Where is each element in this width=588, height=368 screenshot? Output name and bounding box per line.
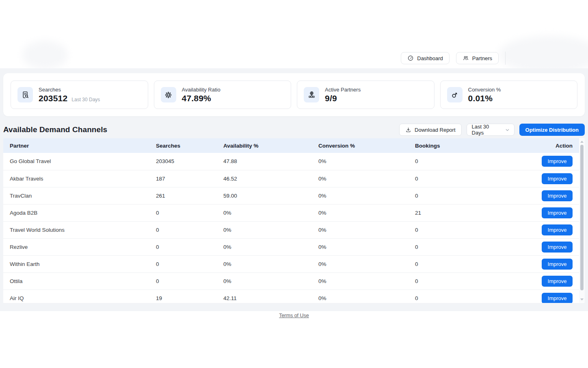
conversion-cell: 0% [312, 170, 409, 187]
action-cell: Improve [534, 290, 579, 303]
searches-cell: 19 [149, 290, 217, 303]
conversion-cell: 0% [312, 153, 409, 170]
partner-name-cell: Go Global Travel [3, 153, 149, 170]
table-header: Partner Searches Availability % Conversi… [3, 138, 579, 153]
action-cell: Improve [534, 187, 579, 204]
scrollbar-down-arrow-icon[interactable] [580, 298, 584, 300]
table-row: Ottila 0 0% 0% 0 Improve [3, 272, 579, 290]
searches-cell: 0 [149, 255, 217, 272]
dashboard-button[interactable]: Dashboard [401, 52, 450, 64]
table-row: Go Global Travel 203045 47.88 0% 0 Impro… [3, 153, 579, 170]
partner-name-cell: TravClan [3, 187, 149, 204]
improve-button[interactable]: Improve [542, 242, 573, 253]
bookings-cell: 0 [409, 170, 534, 187]
column-header-searches: Searches [149, 138, 217, 153]
partner-name-cell: Travel World Solutions [3, 221, 149, 238]
partners-label: Partners [472, 55, 492, 61]
terms-of-use-link[interactable]: Terms of Use [279, 313, 309, 327]
table-scrollbar[interactable] [579, 139, 585, 303]
conversion-cell: 0% [312, 255, 409, 272]
table-row: Akbar Travels 187 46.52 0% 0 Improve [3, 170, 579, 187]
section-header: Available Demand Channels Download Repor… [3, 122, 585, 137]
file-search-icon [17, 87, 33, 102]
action-cell: Improve [534, 221, 579, 238]
searches-cell: 0 [149, 272, 217, 290]
availability-cell: 46.52 [217, 170, 312, 187]
partner-name-cell: Rezlive [3, 238, 149, 255]
searches-cell: 0 [149, 204, 217, 221]
availability-cell: 0% [217, 238, 312, 255]
improve-button[interactable]: Improve [542, 259, 573, 270]
dashboard-label: Dashboard [417, 55, 443, 61]
action-cell: Improve [534, 238, 579, 255]
table-row: Agoda B2B 0 0% 0% 21 Improve [3, 204, 579, 221]
bookings-cell: 0 [409, 153, 534, 170]
searches-cell: 0 [149, 238, 217, 255]
conversion-cell: 0% [312, 272, 409, 290]
column-header-bookings: Bookings [409, 138, 534, 153]
improve-button[interactable]: Improve [542, 276, 573, 287]
stat-card-availability: Availability Ratio 47.89% [154, 81, 292, 109]
conversion-arrow-icon [447, 87, 463, 102]
globe-network-icon [304, 87, 319, 102]
searches-cell: 203045 [149, 153, 217, 170]
stat-label: Availability Ratio [182, 87, 220, 93]
improve-button[interactable]: Improve [542, 224, 573, 235]
stat-value: 0.01% [468, 94, 493, 103]
column-header-conversion: Conversion % [312, 138, 409, 153]
stat-card-active-partners: Active Partners 9/9 [297, 81, 435, 109]
table-row: Travel World Solutions 0 0% 0% 0 Improve [3, 221, 579, 238]
conversion-cell: 0% [312, 187, 409, 204]
hub-icon [161, 87, 176, 102]
footer: Terms of Use [0, 311, 588, 327]
bookings-cell: 0 [409, 187, 534, 204]
download-report-button[interactable]: Download Report [399, 124, 461, 136]
scrollbar-thumb[interactable] [580, 145, 584, 290]
stat-value: 47.89% [182, 94, 211, 103]
stat-label: Active Partners [325, 87, 361, 93]
stat-period: Last 30 Days [71, 97, 100, 102]
download-report-label: Download Report [415, 127, 455, 133]
availability-cell: 47.88 [217, 153, 312, 170]
download-icon [405, 127, 411, 133]
availability-cell: 0% [217, 204, 312, 221]
improve-button[interactable]: Improve [542, 173, 573, 184]
availability-cell: 59.00 [217, 187, 312, 204]
partners-button[interactable]: Partners [456, 52, 499, 64]
searches-cell: 261 [149, 187, 217, 204]
improve-button[interactable]: Improve [542, 207, 573, 218]
improve-button[interactable]: Improve [542, 156, 573, 167]
page: Dashboard Partners [0, 0, 588, 368]
top-nav: Dashboard Partners [401, 52, 506, 65]
action-cell: Improve [534, 272, 579, 290]
bookings-cell: 21 [409, 204, 534, 221]
period-select-value: Last 30 Days [472, 124, 499, 136]
optimize-distribution-button[interactable]: Optimize Distribution [519, 124, 585, 136]
scrollbar-up-arrow-icon[interactable] [580, 141, 584, 143]
action-cell: Improve [534, 170, 579, 187]
searches-cell: 187 [149, 170, 217, 187]
availability-cell: 0% [217, 255, 312, 272]
page-title: Available Demand Channels [3, 125, 107, 134]
partner-name-cell: Agoda B2B [3, 204, 149, 221]
availability-cell: 0% [217, 221, 312, 238]
partner-name-cell: Air IQ [3, 290, 149, 303]
improve-button[interactable]: Improve [542, 293, 573, 303]
availability-cell: 42.11 [217, 290, 312, 303]
conversion-cell: 0% [312, 221, 409, 238]
conversion-cell: 0% [312, 238, 409, 255]
improve-button[interactable]: Improve [542, 190, 573, 201]
action-cell: Improve [534, 153, 579, 170]
table-row: Rezlive 0 0% 0% 0 Improve [3, 238, 579, 255]
table-row: Air IQ 19 42.11 0% 0 Improve [3, 290, 579, 303]
table-row: Within Earth 0 0% 0% 0 Improve [3, 255, 579, 272]
stats-panel: Searches 203512 Last 30 Days [3, 73, 585, 116]
bookings-cell: 0 [409, 255, 534, 272]
gauge-icon [407, 55, 414, 61]
stat-card-searches: Searches 203512 Last 30 Days [11, 81, 148, 109]
table-row: TravClan 261 59.00 0% 0 Improve [3, 187, 579, 204]
column-header-availability: Availability % [217, 138, 312, 153]
conversion-cell: 0% [312, 290, 409, 303]
period-select[interactable]: Last 30 Days [467, 124, 514, 136]
users-icon [463, 55, 469, 61]
